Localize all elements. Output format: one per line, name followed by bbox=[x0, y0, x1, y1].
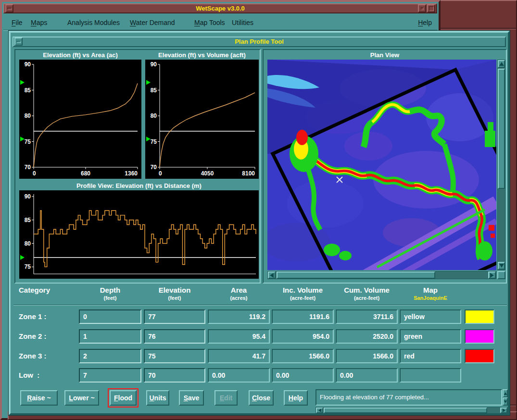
window-menu-button[interactable] bbox=[5, 4, 13, 12]
svg-text:1360: 1360 bbox=[125, 170, 138, 177]
svg-text:85: 85 bbox=[25, 87, 31, 94]
svg-text:0: 0 bbox=[33, 170, 36, 177]
depth-input-zone2[interactable]: 1 bbox=[79, 329, 141, 344]
status-horizontal-scrollbar[interactable] bbox=[315, 407, 508, 414]
svg-text:85: 85 bbox=[25, 217, 31, 223]
color-swatch-zone1 bbox=[465, 309, 494, 324]
menu-help[interactable]: Help bbox=[418, 17, 432, 28]
scroll-right-button[interactable] bbox=[488, 272, 496, 279]
menu-utilities[interactable]: Utilities bbox=[232, 17, 253, 28]
horizontal-scroll-thumb[interactable] bbox=[324, 408, 487, 413]
plan-view-horizontal-scrollbar[interactable] bbox=[267, 271, 496, 279]
area-value-low: 0.00 bbox=[208, 368, 270, 383]
col-header-depth-units: (feet) bbox=[79, 295, 141, 301]
row-label-zone3: Zone 3 : bbox=[19, 349, 47, 363]
svg-text:80: 80 bbox=[151, 112, 157, 119]
lower-button[interactable]: Lower ~ bbox=[64, 390, 99, 406]
svg-text:75: 75 bbox=[25, 138, 31, 145]
main-window-title: WetScape v3.0.0 bbox=[196, 5, 245, 12]
depth-input-low[interactable]: 7 bbox=[79, 368, 141, 383]
profile-chart-title: Profile View: Elevation (ft) vs Distance… bbox=[19, 182, 259, 190]
scroll-up-button[interactable] bbox=[498, 60, 505, 68]
map-name-input-zone1[interactable]: yellow bbox=[400, 309, 461, 324]
horizontal-scroll-thumb[interactable] bbox=[277, 272, 435, 279]
cum-volume-value-zone1: 3711.6 bbox=[336, 309, 398, 324]
col-header-inc-volume-units: (acre-feet) bbox=[272, 295, 334, 301]
col-header-elevation-units: (feet) bbox=[144, 295, 205, 301]
scroll-left-button[interactable] bbox=[316, 408, 323, 413]
col-header-category: Category bbox=[19, 286, 72, 294]
map-name-input-low[interactable] bbox=[400, 368, 461, 383]
menu-water-demand[interactable]: Water Demand bbox=[130, 17, 175, 28]
menu-file[interactable]: File bbox=[12, 17, 23, 28]
depth-input-zone3[interactable]: 2 bbox=[79, 349, 141, 363]
svg-text:80: 80 bbox=[25, 112, 31, 119]
row-label-low: Low : bbox=[19, 368, 39, 383]
plan-view-title: Plan View bbox=[264, 51, 506, 59]
minimize-icon bbox=[421, 7, 424, 10]
elevation-input-zone2[interactable]: 76 bbox=[144, 329, 205, 344]
save-button[interactable]: Save bbox=[179, 390, 204, 406]
main-window-titlebar[interactable]: WetScape v3.0.0 bbox=[3, 3, 437, 13]
svg-text:75: 75 bbox=[151, 138, 157, 145]
elevation-input-low[interactable]: 70 bbox=[144, 368, 205, 383]
plan-view-map[interactable] bbox=[267, 60, 496, 270]
edit-button[interactable]: Edit bbox=[214, 390, 238, 406]
svg-text:90: 90 bbox=[25, 193, 31, 200]
svg-text:680: 680 bbox=[81, 170, 90, 177]
elevation-input-zone1[interactable]: 77 bbox=[144, 309, 205, 324]
inc-volume-value-zone3: 1566.0 bbox=[272, 349, 334, 363]
svg-text:4050: 4050 bbox=[201, 170, 214, 177]
charts-panel: Elevation (ft) vs Area (ac) Elevation (f… bbox=[14, 49, 261, 284]
minimize-button[interactable] bbox=[418, 4, 426, 12]
menu-map-tools[interactable]: Map Tools bbox=[194, 17, 225, 28]
svg-text:70: 70 bbox=[151, 164, 157, 171]
elevation-volume-chart[interactable]: 9085807570040508100 bbox=[145, 60, 259, 179]
depth-input-zone1[interactable]: 0 bbox=[79, 309, 141, 324]
map-name-input-zone2[interactable]: green bbox=[400, 329, 461, 344]
profile-chart[interactable]: 90858075 bbox=[19, 190, 259, 279]
table-separator bbox=[13, 305, 507, 306]
inc-volume-value-zone1: 1191.6 bbox=[272, 309, 334, 324]
units-button[interactable]: Units bbox=[146, 390, 169, 406]
map-name-input-zone3[interactable]: red bbox=[400, 349, 461, 363]
desktop: WetScape v3.0.0 File Maps Analysis Modul… bbox=[0, 0, 517, 420]
color-swatch-zone2 bbox=[465, 329, 494, 344]
svg-text:90: 90 bbox=[151, 61, 157, 68]
maximize-button[interactable] bbox=[427, 4, 435, 12]
flood-button[interactable]: Flood bbox=[110, 390, 137, 406]
col-header-cum-volume: Cum. Volume bbox=[336, 286, 398, 294]
menu-analysis-modules[interactable]: Analysis Modules bbox=[67, 17, 120, 28]
arrow-left-icon bbox=[270, 273, 274, 278]
col-header-elevation: Elevation bbox=[144, 286, 205, 294]
arrow-down-icon bbox=[499, 264, 504, 268]
scroll-right-button[interactable] bbox=[500, 408, 507, 413]
col-header-depth: Depth bbox=[79, 286, 141, 294]
svg-text:85: 85 bbox=[151, 87, 157, 94]
window-menu-button[interactable] bbox=[14, 37, 23, 46]
plan-view-panel: Plan View bbox=[263, 49, 507, 284]
scroll-left-button[interactable] bbox=[268, 272, 276, 279]
col-header-area-units: (acres) bbox=[208, 295, 270, 301]
arrow-up-icon bbox=[504, 392, 507, 395]
help-button[interactable]: Help bbox=[284, 390, 308, 406]
menu-maps[interactable]: Maps bbox=[31, 17, 47, 28]
raise-button[interactable]: Raise ~ bbox=[20, 390, 58, 406]
arrow-left-icon bbox=[318, 408, 321, 412]
status-scroll-down-button[interactable] bbox=[503, 397, 508, 406]
svg-text:8100: 8100 bbox=[242, 170, 255, 177]
close-button[interactable]: Close bbox=[249, 390, 274, 406]
arrow-right-icon bbox=[502, 408, 505, 412]
status-scroll-up-button[interactable] bbox=[503, 389, 508, 397]
maximize-icon bbox=[429, 6, 434, 11]
elevation-input-zone3[interactable]: 75 bbox=[144, 349, 205, 363]
elevation-area-chart[interactable]: 908580757006801360 bbox=[19, 60, 141, 179]
vertical-scroll-thumb[interactable] bbox=[498, 69, 505, 189]
area-value-zone1: 119.2 bbox=[208, 309, 270, 324]
plan-view-vertical-scrollbar[interactable] bbox=[497, 60, 505, 270]
dialog-titlebar[interactable]: Plan Profile Tool bbox=[13, 37, 506, 47]
dialog-title: Plan Profile Tool bbox=[235, 38, 284, 45]
scroll-down-button[interactable] bbox=[498, 262, 505, 270]
col-header-map: Map bbox=[400, 286, 461, 294]
inc-volume-value-zone2: 954.0 bbox=[272, 329, 334, 344]
